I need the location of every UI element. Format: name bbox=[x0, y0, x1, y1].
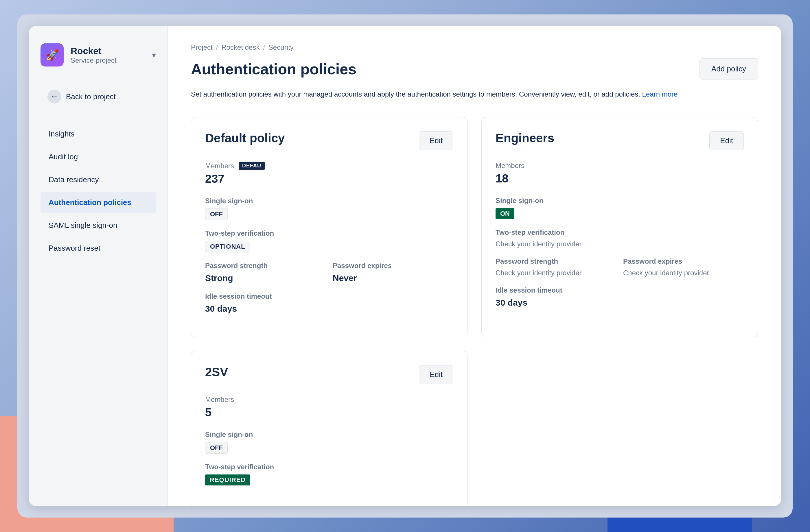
members-label-engineers: Members bbox=[496, 162, 744, 170]
members-count-2sv: 5 bbox=[205, 406, 453, 419]
breadcrumb-sep-2: / bbox=[263, 44, 265, 51]
sidebar-item-saml[interactable]: SAML single sign-on bbox=[40, 215, 156, 236]
card-title-2sv: 2SV bbox=[205, 365, 228, 379]
back-to-project-button[interactable]: ← Back to project bbox=[40, 84, 156, 109]
tsv-section-default: Two-step verification OPTIONAL bbox=[205, 229, 453, 252]
members-label-2sv: Members bbox=[205, 396, 453, 404]
pw-expires-default: Password expires Never bbox=[333, 262, 453, 283]
page-title: Authentication policies bbox=[191, 61, 356, 78]
sidebar-item-auth-policies[interactable]: Authentication policies bbox=[40, 192, 156, 213]
project-info: Rocket Service project bbox=[70, 46, 145, 65]
sso-section-default: Single sign-on OFF bbox=[205, 197, 453, 220]
main-content: Project / Rocket desk / Security Authent… bbox=[168, 26, 781, 506]
sidebar-item-audit-log[interactable]: Audit log bbox=[40, 146, 156, 168]
idle-section-default: Idle session timeout 30 days bbox=[205, 292, 453, 314]
sso-section-2sv: Single sign-on OFF bbox=[205, 431, 453, 454]
breadcrumb-security[interactable]: Security bbox=[269, 44, 294, 51]
breadcrumb-sep-1: / bbox=[216, 44, 218, 51]
breadcrumb-project[interactable]: Project bbox=[191, 44, 213, 51]
sso-badge-default: OFF bbox=[205, 209, 228, 220]
sso-badge-engineers: ON bbox=[496, 208, 514, 219]
policies-grid: Default policy Edit Members DEFAU 237 Si… bbox=[191, 117, 758, 506]
edit-button-2sv[interactable]: Edit bbox=[419, 365, 453, 384]
sidebar-item-password-reset[interactable]: Password reset bbox=[40, 237, 156, 259]
tsv-section-engineers: Two-step verification Check your identit… bbox=[496, 229, 744, 248]
page-description: Set authentication policies with your ma… bbox=[191, 89, 758, 100]
policy-card-default: Default policy Edit Members DEFAU 237 Si… bbox=[191, 117, 468, 337]
project-type: Service project bbox=[70, 56, 145, 65]
pw-strength-engineers: Password strength Check your identity pr… bbox=[496, 257, 616, 277]
pw-expires-engineers: Password expires Check your identity pro… bbox=[623, 257, 744, 277]
sidebar-item-insights[interactable]: Insights bbox=[40, 123, 156, 145]
app-window: 🚀 Rocket Service project ▾ ← Back to pro… bbox=[29, 26, 781, 506]
breadcrumb: Project / Rocket desk / Security bbox=[191, 44, 758, 51]
project-avatar: 🚀 bbox=[40, 44, 64, 67]
sidebar: 🚀 Rocket Service project ▾ ← Back to pro… bbox=[29, 26, 168, 506]
default-badge: DEFAU bbox=[239, 162, 265, 170]
card-header-2sv: 2SV Edit bbox=[205, 365, 453, 384]
add-policy-button[interactable]: Add policy bbox=[699, 59, 758, 80]
back-icon: ← bbox=[47, 90, 61, 103]
page-header: Authentication policies Add policy bbox=[191, 59, 758, 80]
breadcrumb-rocket-desk[interactable]: Rocket desk bbox=[221, 44, 259, 51]
card-title-default: Default policy bbox=[205, 131, 285, 145]
outer-window: 🚀 Rocket Service project ▾ ← Back to pro… bbox=[17, 14, 793, 518]
card-header-engineers: Engineers Edit bbox=[496, 131, 744, 150]
members-count-engineers: 18 bbox=[496, 172, 744, 185]
pw-strength-default: Password strength Strong bbox=[205, 262, 326, 283]
policy-card-2sv: 2SV Edit Members 5 Single sign-on OFF Tw… bbox=[191, 351, 468, 506]
nav-list: Insights Audit log Data residency Authen… bbox=[40, 123, 156, 259]
sso-badge-2sv: OFF bbox=[205, 442, 228, 454]
idle-section-engineers: Idle session timeout 30 days bbox=[496, 286, 744, 307]
members-label-default: Members DEFAU bbox=[205, 162, 453, 170]
sso-section-engineers: Single sign-on ON bbox=[496, 197, 744, 219]
tsv-section-2sv: Two-step verification REQUIRED bbox=[205, 463, 453, 485]
sidebar-item-data-residency[interactable]: Data residency bbox=[40, 169, 156, 190]
tsv-badge-2sv: REQUIRED bbox=[205, 475, 250, 485]
members-count-default: 237 bbox=[205, 172, 453, 185]
chevron-down-icon: ▾ bbox=[152, 50, 156, 60]
edit-button-default[interactable]: Edit bbox=[419, 131, 453, 150]
policy-card-engineers: Engineers Edit Members 18 Single sign-on… bbox=[481, 117, 758, 337]
card-header-default: Default policy Edit bbox=[205, 131, 453, 150]
back-label: Back to project bbox=[66, 92, 116, 101]
tsv-badge-default: OPTIONAL bbox=[205, 241, 250, 252]
edit-button-engineers[interactable]: Edit bbox=[709, 131, 744, 150]
card-title-engineers: Engineers bbox=[496, 131, 554, 145]
pw-row-default: Password strength Strong Password expire… bbox=[205, 262, 453, 283]
learn-more-link[interactable]: Learn more bbox=[642, 90, 678, 98]
pw-row-engineers: Password strength Check your identity pr… bbox=[496, 257, 744, 277]
project-header[interactable]: 🚀 Rocket Service project ▾ bbox=[40, 44, 156, 67]
project-name: Rocket bbox=[70, 46, 145, 56]
